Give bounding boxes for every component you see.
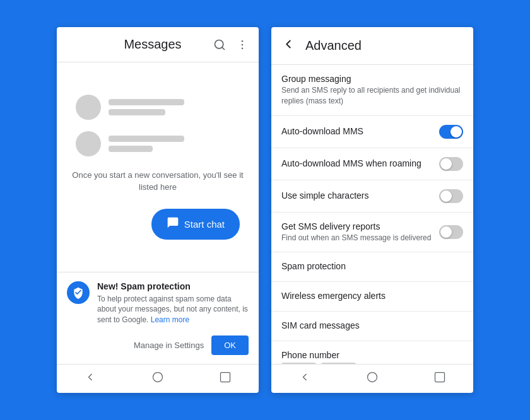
svg-line-1: [222, 47, 225, 49]
settings-item-text-spam-protection: Spam protection: [281, 261, 463, 272]
toggle-sms-delivery-reports[interactable]: [439, 225, 463, 239]
settings-item-desc-group-messaging: Send an SMS reply to all recipients and …: [281, 85, 463, 107]
start-chat-label: Start chat: [184, 219, 225, 230]
placeholder-line: [109, 146, 153, 152]
settings-item-use-simple-characters[interactable]: Use simple characters: [271, 180, 473, 213]
settings-item-label-use-simple-characters: Use simple characters: [281, 190, 439, 201]
screens-wrapper: Messages: [44, 15, 486, 405]
placeholder-line: [109, 99, 184, 105]
placeholder-lines-2: [109, 136, 184, 152]
right-back-button[interactable]: [281, 37, 295, 54]
home-nav-icon[interactable]: [151, 371, 164, 387]
spam-shield-icon: [67, 281, 90, 304]
placeholder-item-1: [76, 95, 184, 120]
left-header-icons: [213, 38, 249, 51]
settings-item-text-phone-number: Phone number: [281, 350, 463, 364]
settings-item-desc-sms-delivery-reports: Find out when an SMS message is delivere…: [281, 233, 439, 243]
right-screen: Advanced Group messagingSend an SMS repl…: [271, 27, 473, 393]
toggle-thumb-auto-download-mms: [450, 126, 462, 137]
settings-item-text-wireless-emergency-alerts: Wireless emergency alerts: [281, 291, 463, 302]
spam-banner: New! Spam protection To help protect aga…: [57, 272, 259, 364]
settings-item-text-sim-card-messages: SIM card messages: [281, 320, 463, 332]
chat-icon: [167, 216, 179, 232]
toggle-use-simple-characters[interactable]: [439, 189, 463, 203]
settings-item-wireless-emergency-alerts[interactable]: Wireless emergency alerts: [271, 282, 473, 312]
placeholder-list: [69, 95, 246, 156]
ok-button[interactable]: OK: [211, 335, 249, 355]
placeholder-line: [109, 136, 184, 142]
svg-point-5: [153, 373, 162, 382]
right-recents-nav-icon[interactable]: [433, 371, 446, 387]
settings-item-label-group-messaging: Group messaging: [281, 74, 463, 84]
settings-item-phone-number[interactable]: Phone number: [271, 341, 473, 364]
placeholder-line: [109, 109, 165, 115]
right-home-nav-icon[interactable]: [366, 371, 379, 387]
toggle-thumb-use-simple-characters: [440, 190, 452, 202]
svg-rect-8: [435, 373, 444, 382]
right-nav-bar: [271, 364, 473, 393]
spam-banner-top: New! Spam protection To help protect aga…: [67, 281, 249, 325]
spam-desc: To help protect against spam some data a…: [97, 294, 249, 325]
settings-item-group-messaging[interactable]: Group messagingSend an SMS reply to all …: [271, 65, 473, 116]
placeholder-item-2: [76, 131, 184, 156]
back-nav-icon[interactable]: [84, 371, 97, 387]
settings-item-label-phone-number: Phone number: [281, 350, 463, 360]
settings-item-label-spam-protection: Spam protection: [281, 261, 463, 271]
settings-item-label-sms-delivery-reports: Get SMS delivery reports: [281, 221, 439, 231]
left-header: Messages: [57, 27, 259, 62]
empty-state-text: Once you start a new conversation, you'l…: [69, 169, 246, 194]
settings-item-text-use-simple-characters: Use simple characters: [281, 190, 439, 202]
settings-item-label-sim-card-messages: SIM card messages: [281, 320, 463, 330]
settings-item-text-auto-download-mms-roaming: Auto-download MMS when roaming: [281, 158, 439, 170]
left-header-title: Messages: [92, 37, 213, 52]
placeholder-lines-1: [109, 99, 184, 115]
left-nav-bar: [57, 364, 259, 393]
spam-content: New! Spam protection To help protect aga…: [97, 281, 249, 325]
toggle-auto-download-mms-roaming[interactable]: [439, 157, 463, 171]
settings-item-label-wireless-emergency-alerts: Wireless emergency alerts: [281, 291, 463, 301]
toggle-thumb-sms-delivery-reports: [440, 226, 452, 238]
spam-title: New! Spam protection: [97, 281, 249, 291]
placeholder-avatar-1: [76, 95, 101, 120]
right-header: Advanced: [271, 27, 473, 65]
svg-point-7: [367, 373, 377, 382]
spam-actions: Manage in Settings OK: [67, 335, 249, 355]
placeholder-avatar-2: [76, 131, 101, 156]
settings-item-auto-download-mms[interactable]: Auto-download MMS: [271, 116, 473, 148]
settings-item-text-auto-download-mms: Auto-download MMS: [281, 126, 439, 137]
svg-point-3: [242, 44, 244, 45]
settings-item-sms-delivery-reports[interactable]: Get SMS delivery reportsFind out when an…: [271, 213, 473, 253]
settings-item-spam-protection[interactable]: Spam protection: [271, 252, 473, 282]
left-screen: Messages: [57, 27, 259, 393]
toggle-auto-download-mms[interactable]: [439, 125, 463, 139]
settings-item-auto-download-mms-roaming[interactable]: Auto-download MMS when roaming: [271, 148, 473, 180]
spam-learn-more-link[interactable]: Learn more: [151, 315, 189, 324]
settings-item-text-group-messaging: Group messagingSend an SMS reply to all …: [281, 74, 463, 107]
left-main: Once you start a new conversation, you'l…: [57, 62, 259, 272]
svg-point-4: [242, 47, 244, 49]
start-chat-button[interactable]: Start chat: [151, 209, 240, 240]
toggle-thumb-auto-download-mms-roaming: [440, 158, 452, 170]
search-icon[interactable]: [213, 38, 226, 51]
settings-item-label-auto-download-mms: Auto-download MMS: [281, 126, 439, 136]
recents-nav-icon[interactable]: [219, 371, 232, 387]
settings-item-text-sms-delivery-reports: Get SMS delivery reportsFind out when an…: [281, 221, 439, 243]
manage-settings-button[interactable]: Manage in Settings: [134, 341, 204, 350]
settings-list: Group messagingSend an SMS reply to all …: [271, 65, 473, 364]
right-back-nav-icon[interactable]: [298, 371, 311, 387]
settings-item-sim-card-messages[interactable]: SIM card messages: [271, 312, 473, 341]
svg-rect-6: [220, 373, 230, 382]
more-options-icon[interactable]: [236, 38, 249, 51]
right-header-title: Advanced: [305, 38, 362, 53]
settings-item-label-auto-download-mms-roaming: Auto-download MMS when roaming: [281, 158, 439, 168]
svg-point-2: [242, 40, 244, 41]
